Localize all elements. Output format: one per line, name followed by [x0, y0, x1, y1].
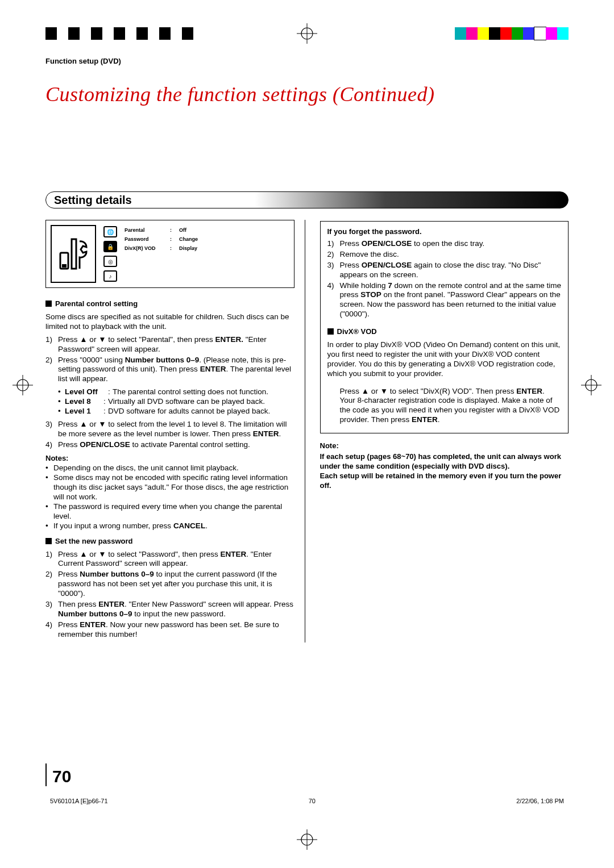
- footer-right: 2/22/06, 1:08 PM: [516, 798, 564, 804]
- bw-swatches: [45, 27, 205, 40]
- forget-password-heading: If you forget the password.: [327, 227, 562, 236]
- svg-rect-10: [62, 264, 67, 268]
- right-column: If you forget the password. 1)Press OPEN…: [319, 220, 569, 642]
- osd-items: Parental:OffPassword:ChangeDivX(R) VOD:D…: [125, 225, 289, 283]
- globe-icon: 🌐: [103, 226, 117, 237]
- divx-heading: DivX® VOD: [327, 327, 562, 336]
- level-definitions: •Level Off:The parental control setting …: [45, 387, 294, 416]
- divx-intro: In order to play DivX® VOD (Video On Dem…: [327, 340, 562, 379]
- page-number-separator: [45, 763, 47, 786]
- print-registration-top: [0, 27, 614, 40]
- color-swatches: [455, 27, 569, 40]
- set-password-heading: Set the new password: [45, 537, 294, 545]
- tools-icon: [51, 225, 96, 283]
- parental-steps-cont: 3)Press ▲ or ▼ to select from the level …: [45, 420, 294, 450]
- set-password-steps: 1)Press ▲ or ▼ to select "Password", the…: [45, 550, 294, 640]
- info-box: If you forget the password. 1)Press OPEN…: [320, 221, 569, 433]
- section-label: Function setup (DVD): [45, 57, 569, 65]
- divx-step: Press ▲ or ▼ to select "DivX(R) VOD". Th…: [327, 387, 562, 425]
- lock-icon: 🔒: [103, 241, 117, 252]
- parental-steps: 1)Press ▲ or ▼ to select "Parental", the…: [45, 335, 294, 384]
- footer-center: 70: [309, 798, 316, 804]
- setting-details-bar: Setting details: [45, 191, 569, 208]
- page-number: 70: [52, 767, 71, 786]
- footer: 5V60101A [E]p66-71 70 2/22/06, 1:08 PM: [45, 798, 569, 804]
- footer-left: 5V60101A [E]p66-71: [50, 798, 108, 804]
- svg-rect-11: [72, 239, 76, 269]
- audio-icon: ♪: [103, 270, 117, 282]
- crosshair-icon: [13, 375, 33, 398]
- crosshair-icon: [297, 829, 317, 850]
- setting-details-heading: Setting details: [54, 194, 132, 207]
- forget-password-steps: 1)Press OPEN/CLOSE to open the disc tray…: [327, 239, 562, 319]
- osd-tabs: 🌐 🔒 ◎ ♪: [102, 225, 119, 283]
- final-note: Note: If each setup (pages 68~70) has co…: [320, 441, 569, 490]
- page-content: Function setup (DVD) Customizing the fun…: [45, 57, 569, 811]
- parental-heading: Parental control setting: [45, 299, 294, 308]
- disc-icon: ◎: [103, 256, 117, 267]
- osd-diagram: 🌐 🔒 ◎ ♪ Parental:OffPassword:ChangeDivX(…: [45, 220, 294, 288]
- parental-intro: Some discs are specified as not suitable…: [45, 312, 294, 332]
- left-column: 🌐 🔒 ◎ ♪ Parental:OffPassword:ChangeDivX(…: [45, 220, 305, 642]
- notes-heading: Notes:: [45, 454, 294, 462]
- page-title: Customizing the function settings (Conti…: [45, 82, 569, 106]
- parental-notes: •Depending on the discs, the unit cannot…: [45, 464, 294, 531]
- crosshair-icon: [297, 23, 317, 44]
- crosshair-icon: [581, 375, 601, 398]
